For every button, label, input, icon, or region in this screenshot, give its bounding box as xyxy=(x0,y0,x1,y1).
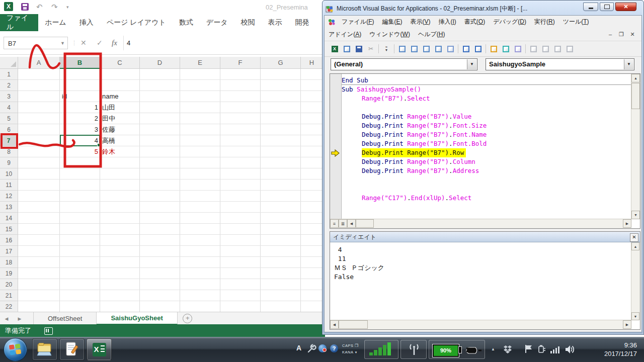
row-header-3[interactable]: 3 xyxy=(0,91,18,102)
scroll-right-icon[interactable]: ▶ xyxy=(623,219,631,228)
cell-B3[interactable]: id xyxy=(60,91,100,102)
menu-ウィンドウ[interactable]: ウィンドウ(W) xyxy=(365,29,414,40)
procedure-combo[interactable]: SaishugyoSample ▼ xyxy=(486,58,634,70)
row-header-17[interactable]: 17 xyxy=(0,246,18,257)
view-excel-icon[interactable]: X xyxy=(330,44,340,54)
column-header-F[interactable]: F xyxy=(220,57,261,69)
save-icon[interactable] xyxy=(354,44,364,54)
code-line-3[interactable]: Range("B7").Select xyxy=(342,94,631,103)
row-header-13[interactable]: 13 xyxy=(0,202,18,213)
cell-B6[interactable]: 3 xyxy=(60,124,100,135)
redo-icon[interactable]: ↷ xyxy=(51,3,58,12)
menu-表示[interactable]: 表示(V) xyxy=(406,16,434,28)
bookmark-next-icon[interactable] xyxy=(540,44,550,54)
code-line-9[interactable]: Debug.Print Range("B7").Row xyxy=(342,148,631,157)
quick-info-icon[interactable] xyxy=(409,44,419,54)
row-header-6[interactable]: 6 xyxy=(0,124,18,135)
code-line-7[interactable]: Debug.Print Range("B7").Font.Name xyxy=(342,130,631,139)
ribbon-tab-ファイル[interactable]: ファイル xyxy=(0,14,38,31)
code-line-6[interactable]: Debug.Print Range("B7").Font.Size xyxy=(342,121,631,130)
insert-function-button[interactable]: fx xyxy=(112,37,117,49)
code-line-11[interactable]: Debug.Print Range("B7").Address xyxy=(342,166,631,175)
code-line-8[interactable]: Debug.Print Range("B7").Font.Bold xyxy=(342,139,631,148)
comment-block-icon[interactable] xyxy=(445,44,455,54)
menu-デバッグ[interactable]: デバッグ(D) xyxy=(489,16,530,28)
object-combo[interactable]: (General) ▼ xyxy=(331,58,477,70)
ribbon-tab-ホーム[interactable]: ホーム xyxy=(38,14,73,31)
vba-restore-button[interactable] xyxy=(600,3,614,11)
fill-handle[interactable] xyxy=(97,143,101,147)
immediate-title-bar[interactable]: イミディエイト ✕ xyxy=(330,232,640,242)
undo-icon[interactable] xyxy=(513,44,523,54)
dropbox-icon[interactable] xyxy=(503,345,512,354)
outdent-icon[interactable] xyxy=(473,44,483,54)
vba-close-button[interactable]: ✕ xyxy=(615,3,636,11)
vba-minimize-button[interactable] xyxy=(583,3,598,11)
column-header-E[interactable]: E xyxy=(180,57,220,69)
toolbar-overflow-icon[interactable]: » ▾ xyxy=(381,44,391,54)
name-box-dropdown-icon[interactable]: ▼ xyxy=(60,37,65,50)
row-header-4[interactable]: 4 xyxy=(0,102,18,113)
data-tips-icon[interactable] xyxy=(421,44,431,54)
ribbon-tab-表示[interactable]: 表示 xyxy=(262,14,289,31)
tray-network-icon[interactable] xyxy=(550,346,559,353)
tray-power-icon[interactable] xyxy=(537,344,546,353)
row-header-19[interactable]: 19 xyxy=(0,268,18,279)
row-header-18[interactable]: 18 xyxy=(0,257,18,268)
list-constants-icon[interactable] xyxy=(501,44,511,54)
row-header-16[interactable]: 16 xyxy=(0,235,18,246)
taskbar-excel-button[interactable]: X xyxy=(87,338,112,360)
row-header-8[interactable]: 8 xyxy=(0,146,18,157)
sheet-nav-right-icon[interactable]: ▶ xyxy=(13,312,26,325)
procedure-combo-dropdown-icon[interactable]: ▼ xyxy=(624,59,633,69)
action-center-flag-icon[interactable] xyxy=(524,344,533,354)
network-signal-panel[interactable] xyxy=(364,340,398,359)
menu-ファイル[interactable]: ファイル(F) xyxy=(338,16,378,28)
undo-icon[interactable]: ↶ xyxy=(36,3,43,12)
ime-mode-icon[interactable]: A xyxy=(296,344,301,352)
taskbar-explorer-button[interactable] xyxy=(32,338,57,360)
ime-caps-kana-indicator[interactable]: CAPS ❐ KANA ▼ xyxy=(342,342,359,356)
menu-実行[interactable]: 実行(R) xyxy=(530,16,559,28)
code-line-5[interactable]: Debug.Print Range("B7").Value xyxy=(342,112,631,121)
sheet-tab-OffsetSheet[interactable]: OffsetSheet xyxy=(33,312,97,325)
row-header-7[interactable]: 7 xyxy=(0,135,18,146)
new-sheet-button[interactable]: + xyxy=(178,312,198,325)
start-button[interactable] xyxy=(4,338,27,361)
bookmark-prev-icon[interactable] xyxy=(552,44,562,54)
menu-挿入[interactable]: 挿入(I) xyxy=(435,16,460,28)
code-line-14[interactable]: Range("C17").End(xlUp).Select xyxy=(342,194,631,203)
row-header-9[interactable]: 9 xyxy=(0,157,18,168)
ribbon-tab-挿入[interactable]: 挿入 xyxy=(73,14,100,31)
cell-C4[interactable]: 山田 xyxy=(101,102,139,113)
cell-B5[interactable]: 2 xyxy=(60,113,100,124)
name-box[interactable]: B7 ▼ xyxy=(4,37,68,49)
save-icon[interactable] xyxy=(21,3,29,11)
qat-customize-icon[interactable]: ▾ xyxy=(66,5,69,10)
taskbar-notepad-button[interactable] xyxy=(59,338,85,360)
code-line-4[interactable] xyxy=(342,103,631,112)
toggle-breakpoint-icon[interactable] xyxy=(489,44,499,54)
row-header-12[interactable]: 12 xyxy=(0,191,18,202)
code-line-13[interactable] xyxy=(342,185,631,194)
code-line-1[interactable]: End Sub xyxy=(342,76,631,85)
menu-ツール[interactable]: ツール(T) xyxy=(559,16,593,28)
mdi-minimize-button[interactable]: – xyxy=(605,30,615,39)
immediate-close-icon[interactable]: ✕ xyxy=(630,233,638,242)
menu-ヘルプ[interactable]: ヘルプ(H) xyxy=(414,29,449,40)
insert-userform-icon[interactable] xyxy=(342,44,352,54)
select-all-corner[interactable] xyxy=(0,57,18,69)
code-margin[interactable] xyxy=(330,74,342,219)
immediate-vscrollbar[interactable]: ▲ ▼ xyxy=(631,242,640,320)
list-properties-icon[interactable] xyxy=(397,44,407,54)
volume-speaker-icon[interactable] xyxy=(565,344,576,354)
column-header-A[interactable]: A xyxy=(18,57,60,69)
wifi-panel[interactable] xyxy=(400,340,427,359)
cell-C5[interactable]: 田中 xyxy=(101,113,139,124)
cell-C3[interactable]: name xyxy=(101,91,139,102)
code-line-12[interactable] xyxy=(342,175,631,185)
cell-C6[interactable]: 佐藤 xyxy=(101,124,139,135)
column-header-G[interactable]: G xyxy=(261,57,301,69)
view-fullmodule-button[interactable]: ≣ xyxy=(339,219,347,228)
scroll-down-icon[interactable]: ▼ xyxy=(631,211,640,219)
